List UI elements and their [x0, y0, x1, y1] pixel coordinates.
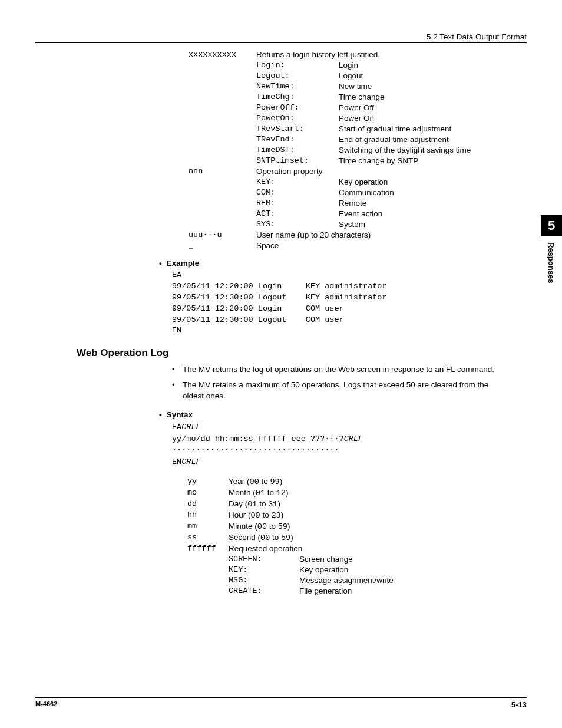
notes-list: The MV returns the log of operations on … [172, 364, 509, 402]
table-row: uuu···u User name (up to 20 characters) [189, 229, 504, 240]
footer-page-number: 5-13 [511, 700, 527, 709]
param-value: Screen change [299, 554, 435, 564]
param-value: End of gradual time adjustment [339, 134, 504, 144]
page-header: 5.2 Text Data Output Format [35, 32, 527, 43]
param-key: KEY: [256, 176, 339, 187]
syntax-label: Minute (00 to 59) [229, 521, 435, 532]
param-value: Event action [339, 208, 504, 219]
login-history-block: xxxxxxxxxx Returns a login history left-… [189, 49, 527, 251]
syntax-code: yy [187, 476, 229, 487]
param-value: Time change [339, 91, 504, 102]
param-intro: Operation property [256, 166, 504, 176]
table-row: _ Space [189, 240, 504, 251]
syntax-block: EACRLF yy/mo/dd_hh:mm:ss_ffffff_eee_???·… [172, 421, 527, 467]
param-intro: Returns a login history left-justified. [256, 49, 504, 60]
param-key: TRevStart: [256, 123, 339, 134]
syntax-code: mm [187, 521, 229, 532]
param-intro: User name (up to 20 characters) [256, 229, 504, 240]
param-key: SNTPtimset: [256, 155, 339, 166]
example-heading: Example [159, 259, 527, 268]
param-key: PowerOff: [256, 102, 339, 113]
param-value: Switching of the daylight savings time [339, 144, 504, 155]
param-key: Login: [256, 60, 339, 70]
param-key: COM: [256, 187, 339, 197]
param-value: Communication [339, 187, 504, 197]
param-intro: Space [256, 240, 504, 251]
chapter-tab: 5 Responses [541, 215, 562, 283]
param-key: KEY: [229, 564, 299, 575]
param-value: Key operation [299, 564, 435, 575]
param-value: Key operation [339, 176, 504, 187]
param-value: Time change by SNTP [339, 155, 504, 166]
list-item: The MV returns the log of operations on … [172, 364, 509, 375]
param-code: _ [189, 240, 256, 251]
syntax-label: Requested operation [229, 543, 435, 554]
param-value: New time [339, 81, 504, 91]
syntax-code: dd [187, 498, 229, 509]
param-code: uuu···u [189, 229, 256, 240]
syntax-label: Hour (00 to 23) [229, 509, 435, 521]
syntax-label: Second (00 to 59) [229, 532, 435, 543]
param-value: Logout [339, 70, 504, 81]
table-row: nnn Operation property [189, 166, 504, 176]
syntax-code: ss [187, 532, 229, 543]
table-row: xxxxxxxxxx Returns a login history left-… [189, 49, 504, 60]
param-key: ACT: [256, 208, 339, 219]
param-key: TRevEnd: [256, 134, 339, 144]
param-key: TimeChg: [256, 91, 339, 102]
web-op-log-heading: Web Operation Log [77, 347, 527, 359]
param-key: SYS: [256, 219, 339, 229]
page-footer: M-4662 5-13 [35, 697, 527, 709]
param-table: xxxxxxxxxx Returns a login history left-… [189, 49, 504, 251]
param-key: MSG: [229, 575, 299, 585]
param-value: Message assignment/write [299, 575, 435, 585]
syntax-code: ffffff [187, 543, 229, 554]
example-block: EA 99/05/11 12:20:00 Login KEY administr… [172, 270, 527, 337]
param-value: Power On [339, 113, 504, 123]
param-value: Login [339, 60, 504, 70]
chapter-title: Responses [541, 236, 556, 283]
param-value: Power Off [339, 102, 504, 113]
param-key: REM: [256, 197, 339, 208]
param-key: CREATE: [229, 585, 299, 596]
header-section: 5.2 Text Data Output Format [427, 32, 527, 41]
syntax-heading: Syntax [159, 410, 527, 419]
syntax-label: Year (00 to 99) [229, 476, 435, 487]
param-code: nnn [189, 166, 256, 176]
syntax-code: mo [187, 487, 229, 498]
param-key: Logout: [256, 70, 339, 81]
param-key: TimeDST: [256, 144, 339, 155]
param-code: xxxxxxxxxx [189, 49, 256, 60]
param-value: System [339, 219, 504, 229]
param-key: NewTime: [256, 81, 339, 91]
param-value: File generation [299, 585, 435, 596]
param-key: SCREEN: [229, 554, 299, 564]
param-value: Remote [339, 197, 504, 208]
syntax-param-block: yyYear (00 to 99) moMonth (01 to 12) ddD… [187, 476, 527, 596]
param-key: PowerOn: [256, 113, 339, 123]
list-item: The MV retains a maximum of 50 operation… [172, 379, 509, 402]
syntax-label: Month (01 to 12) [229, 487, 435, 498]
param-value: Start of gradual time adjustment [339, 123, 504, 134]
syntax-code: hh [187, 509, 229, 521]
syntax-label: Day (01 to 31) [229, 498, 435, 509]
chapter-number: 5 [541, 215, 562, 236]
footer-doc-id: M-4662 [35, 700, 57, 707]
